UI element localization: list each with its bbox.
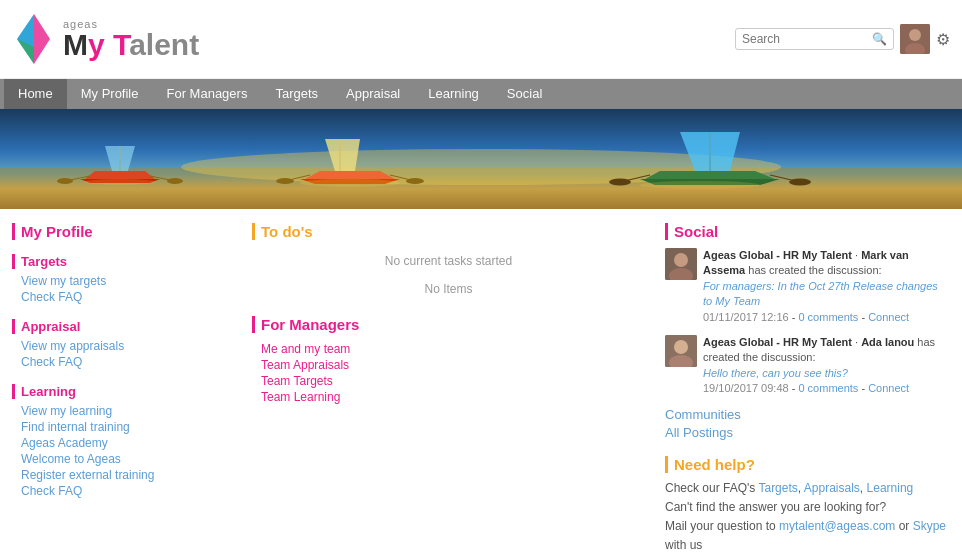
for-managers-title: For Managers [252, 316, 645, 333]
nav-item-formanagers[interactable]: For Managers [152, 79, 261, 109]
appraisal-check-faq-link[interactable]: Check FAQ [12, 354, 232, 370]
svg-point-35 [85, 179, 155, 185]
need-help-section: Need help? Check our FAQ's Targets, Appr… [665, 456, 950, 556]
faq-prefix: Check our FAQ's [665, 481, 755, 495]
avatar[interactable] [900, 24, 930, 54]
social-section: Social Ageas Global - HR My Talent · Mar… [665, 223, 950, 440]
nav-item-appraisal[interactable]: Appraisal [332, 79, 414, 109]
svg-point-4 [909, 29, 921, 41]
social-post-link-2[interactable]: Hello there, can you see this? [703, 367, 848, 379]
need-help-title: Need help? [665, 456, 950, 473]
logo-diamond-icon [12, 12, 57, 67]
faq-learning-link[interactable]: Learning [867, 481, 914, 495]
faq-comma1: , [798, 481, 801, 495]
skype-link[interactable]: Skype [913, 519, 946, 533]
main-content: My Profile Targets View my targets Check… [0, 209, 962, 556]
header: ageas My Talent 🔍 ⚙ [0, 0, 962, 79]
welcome-to-ageas-link[interactable]: Welcome to Ageas [12, 451, 232, 467]
targets-section-title: Targets [12, 254, 232, 269]
for-managers-section: For Managers Me and my team Team Apprais… [252, 316, 645, 405]
faq-comma2: , [860, 481, 863, 495]
left-column: My Profile Targets View my targets Check… [12, 223, 232, 555]
find-internal-training-link[interactable]: Find internal training [12, 419, 232, 435]
gear-icon[interactable]: ⚙ [936, 30, 950, 49]
social-avatar-1 [665, 248, 697, 280]
svg-point-34 [640, 181, 760, 189]
no-tasks-text: No current tasks started [252, 254, 645, 268]
learning-section-title: Learning [12, 384, 232, 399]
mail-suffix-text: with us [665, 538, 702, 552]
svg-point-16 [167, 178, 183, 184]
social-comments-1[interactable]: 0 comments [798, 311, 858, 323]
svg-marker-26 [645, 171, 775, 179]
need-help-body: Check our FAQ's Targets, Appraisals, Lea… [665, 479, 950, 556]
social-post-1: Ageas Global - HR My Talent · Mark van A… [665, 248, 950, 325]
search-input[interactable] [742, 32, 872, 46]
social-comments-2[interactable]: 0 comments [798, 382, 858, 394]
social-time-2: 19/10/2017 09:48 [703, 382, 789, 394]
social-source-1: Ageas Global - HR My Talent [703, 249, 852, 261]
team-targets-link[interactable]: Team Targets [252, 373, 645, 389]
logo-text: ageas My Talent [63, 19, 199, 60]
nav-item-learning[interactable]: Learning [414, 79, 493, 109]
or-text: or [899, 519, 913, 533]
svg-point-32 [789, 179, 811, 186]
svg-point-31 [609, 179, 631, 186]
my-profile-title: My Profile [12, 223, 232, 240]
social-connect-1[interactable]: Connect [868, 311, 909, 323]
nav-item-home[interactable]: Home [4, 79, 67, 109]
logo-mytalent: My Talent [63, 30, 199, 60]
email-link[interactable]: mytalent@ageas.com [779, 519, 895, 533]
nav-item-social[interactable]: Social [493, 79, 556, 109]
svg-marker-10 [85, 171, 155, 179]
all-postings-link[interactable]: All Postings [665, 425, 950, 440]
svg-point-24 [406, 178, 424, 184]
appraisal-section-title: Appraisal [12, 319, 232, 334]
faq-appraisals-link[interactable]: Appraisals [804, 481, 860, 495]
header-right: 🔍 ⚙ [735, 24, 950, 54]
cant-find-text: Can't find the answer you are looking fo… [665, 500, 886, 514]
team-learning-link[interactable]: Team Learning [252, 389, 645, 405]
hero-banner [0, 109, 962, 209]
social-author-2: Ada Ianou [861, 336, 914, 348]
svg-point-37 [674, 253, 688, 267]
social-connect-2[interactable]: Connect [868, 382, 909, 394]
social-post-2: Ageas Global - HR My Talent · Ada Ianou … [665, 335, 950, 397]
search-icon[interactable]: 🔍 [872, 32, 887, 46]
learning-check-faq-link[interactable]: Check FAQ [12, 483, 232, 499]
social-post-link-1[interactable]: For managers: In the Oct 27th Release ch… [703, 280, 938, 307]
no-items-text: No Items [252, 282, 645, 296]
todo-title: To do's [252, 223, 645, 240]
right-column: Social Ageas Global - HR My Talent · Mar… [665, 223, 950, 555]
team-appraisals-link[interactable]: Team Appraisals [252, 357, 645, 373]
faq-targets-link[interactable]: Targets [758, 481, 797, 495]
social-post-1-text: Ageas Global - HR My Talent · Mark van A… [703, 248, 950, 325]
view-my-appraisals-link[interactable]: View my appraisals [12, 338, 232, 354]
social-avatar-2 [665, 335, 697, 367]
ageas-academy-link[interactable]: Ageas Academy [12, 435, 232, 451]
svg-point-40 [674, 340, 688, 354]
svg-point-23 [276, 178, 294, 184]
svg-marker-18 [305, 171, 395, 179]
view-my-learning-link[interactable]: View my learning [12, 403, 232, 419]
communities-link[interactable]: Communities [665, 407, 950, 422]
nav-item-myprofile[interactable]: My Profile [67, 79, 153, 109]
logo-area: ageas My Talent [12, 12, 199, 67]
targets-check-faq-link[interactable]: Check FAQ [12, 289, 232, 305]
social-source-2: Ageas Global - HR My Talent [703, 336, 852, 348]
mail-prefix-text: Mail your question to [665, 519, 776, 533]
me-and-my-team-link[interactable]: Me and my team [252, 341, 645, 357]
social-title: Social [665, 223, 950, 240]
middle-column: To do's No current tasks started No Item… [232, 223, 665, 555]
social-time-1: 01/11/2017 12:16 [703, 311, 789, 323]
todo-section: To do's No current tasks started No Item… [252, 223, 645, 296]
view-my-targets-link[interactable]: View my targets [12, 273, 232, 289]
svg-point-33 [300, 179, 400, 187]
nav-item-targets[interactable]: Targets [261, 79, 332, 109]
register-external-training-link[interactable]: Register external training [12, 467, 232, 483]
svg-point-15 [57, 178, 73, 184]
search-box[interactable]: 🔍 [735, 28, 894, 50]
social-action-1: has created the discussion: [748, 264, 881, 276]
social-post-2-text: Ageas Global - HR My Talent · Ada Ianou … [703, 335, 950, 397]
logo-my-text: M [63, 28, 88, 61]
